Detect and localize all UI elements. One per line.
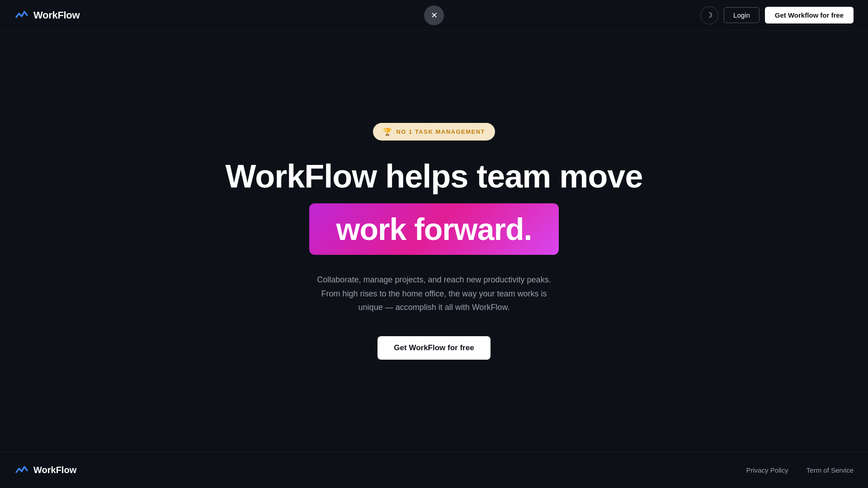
privacy-policy-link[interactable]: Privacy Policy [746, 466, 788, 474]
login-button[interactable]: Login [724, 7, 760, 23]
highlight-text: work forward. [336, 212, 532, 246]
logo-icon [14, 8, 29, 23]
badge-icon: 🏆 [383, 127, 393, 136]
theme-toggle-button[interactable]: ☽ [700, 6, 718, 24]
close-button[interactable]: ✕ [424, 5, 444, 25]
hero-cta-button[interactable]: Get WorkFlow for free [377, 336, 490, 360]
close-icon: ✕ [431, 10, 438, 20]
header-right: ☽ Login Get Workflow for free [700, 6, 854, 24]
header-logo-text: WorkFlow [33, 9, 80, 21]
moon-icon: ☽ [706, 11, 712, 19]
footer-logo-text: WorkFlow [33, 465, 76, 475]
footer-logo[interactable]: WorkFlow [14, 463, 76, 478]
header: WorkFlow ✕ ☽ Login Get Workflow for free [0, 0, 868, 31]
hero-description: Collaborate, manage projects, and reach … [317, 273, 551, 314]
header-logo[interactable]: WorkFlow [14, 8, 80, 23]
badge-text: NO 1 TASK MANAGEMENT [396, 128, 485, 135]
main-content: 🏆 NO 1 TASK MANAGEMENT WorkFlow helps te… [0, 31, 868, 452]
header-cta-button[interactable]: Get Workflow for free [765, 7, 854, 23]
footer: WorkFlow Privacy Policy Term of Service [0, 452, 868, 488]
footer-logo-icon [14, 463, 29, 478]
hero-title: WorkFlow helps team move [226, 159, 643, 194]
highlight-box: work forward. [309, 203, 559, 255]
header-center: ✕ [424, 5, 444, 25]
badge: 🏆 NO 1 TASK MANAGEMENT [373, 123, 495, 141]
terms-of-service-link[interactable]: Term of Service [807, 466, 854, 474]
footer-links: Privacy Policy Term of Service [746, 466, 854, 474]
